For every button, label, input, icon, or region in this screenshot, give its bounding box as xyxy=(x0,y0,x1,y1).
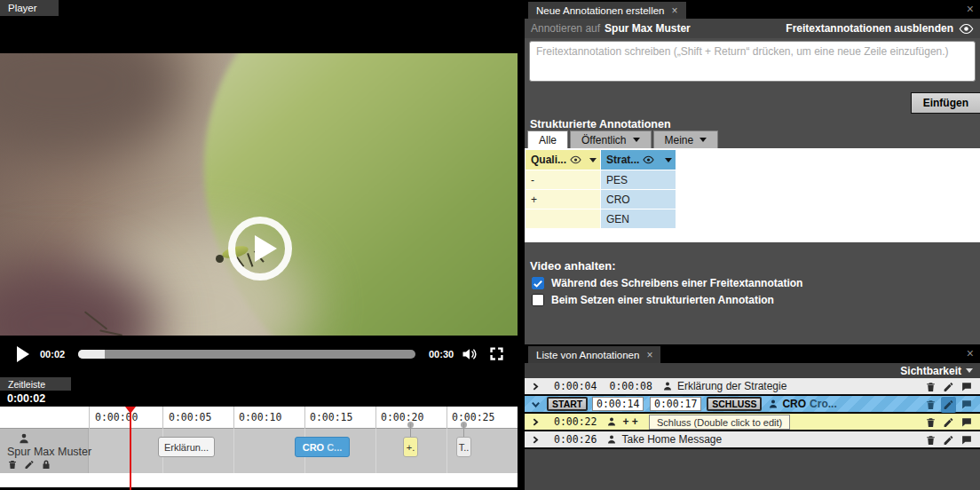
strategy-cell[interactable]: GEN xyxy=(601,209,676,228)
comment-icon[interactable] xyxy=(960,434,973,446)
insect-head xyxy=(216,255,224,263)
marker-stem xyxy=(463,423,464,438)
tab-oeffentlich[interactable]: Öffentlich xyxy=(570,130,651,148)
expand-arrow-icon[interactable] xyxy=(531,382,540,391)
freetext-annotation-input[interactable] xyxy=(529,41,976,82)
expand-arrow-icon[interactable] xyxy=(531,417,540,427)
structured-annotations-table: Quali... - + Strat... PES CRO xyxy=(525,148,980,242)
edit-icon[interactable] xyxy=(943,416,954,429)
track-name: Spur Max Muster xyxy=(7,446,91,458)
row-action-icons xyxy=(925,396,973,413)
timeline-item-code: CRO xyxy=(303,442,324,453)
play-icon[interactable] xyxy=(17,346,29,362)
start-bound-button[interactable]: START xyxy=(547,397,588,411)
timeline-ruler[interactable]: 0:00:00 0:00:05 0:00:10 0:00:15 0:00:20 … xyxy=(0,407,518,429)
quality-cell[interactable]: + xyxy=(526,190,600,209)
player-panel-tab[interactable]: Player xyxy=(0,0,59,16)
playhead-handle[interactable] xyxy=(125,407,136,414)
track-gridline xyxy=(233,429,234,473)
tab-alle[interactable]: Alle xyxy=(527,130,568,148)
checkbox-label: Beim Setzen einer strukturierten Annotat… xyxy=(551,294,774,306)
visibility-label[interactable]: Sichtbarkeit xyxy=(900,365,961,377)
edit-icon[interactable] xyxy=(943,381,954,393)
checkbox-unchecked-icon[interactable] xyxy=(532,294,544,306)
duration-label: 00:30 xyxy=(429,349,454,360)
lock-track-icon[interactable] xyxy=(41,459,51,470)
start-time-input[interactable] xyxy=(592,397,644,411)
strategy-cell[interactable]: PES xyxy=(601,170,676,189)
checkbox-structured-pause[interactable]: Beim Setzen einer strukturierten Annotat… xyxy=(532,294,774,306)
annotation-row[interactable]: 0:00:26 Take Home Message xyxy=(525,431,980,448)
chevron-down-icon[interactable] xyxy=(966,368,973,373)
close-icon[interactable]: × xyxy=(967,2,974,16)
eye-icon[interactable] xyxy=(570,155,581,164)
timeline-item-t[interactable]: T.. xyxy=(456,437,471,457)
close-icon[interactable]: × xyxy=(646,349,652,361)
timeline-item-cro[interactable]: CRO C... xyxy=(295,437,350,457)
hide-freetext-toggle[interactable]: Freitextannotationen ausblenden xyxy=(786,22,974,35)
annotation-row-selected[interactable]: START SCHLUSS CRO Cro... xyxy=(525,396,980,413)
column-quality: Quali... - + xyxy=(526,150,600,228)
player-panel: Player Which approach would you take xyxy=(0,0,519,490)
video-frame[interactable]: Which approach would you take xyxy=(0,53,518,336)
timeline-item-label: Erklärun... xyxy=(164,442,209,453)
fullscreen-icon[interactable] xyxy=(488,345,505,362)
chevron-down-icon[interactable] xyxy=(665,158,672,162)
strategy-cell[interactable]: CRO xyxy=(601,190,676,209)
tab-oeffentlich-label: Öffentlich xyxy=(581,134,626,146)
quality-cell[interactable]: - xyxy=(526,170,600,189)
edit-icon-active[interactable] xyxy=(941,397,956,413)
annotation-row[interactable]: 0:00:04 0:00:08 Erklärung der Strategie xyxy=(525,378,980,395)
delete-icon[interactable] xyxy=(925,381,937,393)
track-gridline xyxy=(375,429,376,473)
collapse-arrow-icon[interactable] xyxy=(531,399,541,409)
create-panel-tabbar: Neue Annotationen erstellen × × xyxy=(525,0,980,19)
column-quality-header[interactable]: Quali... xyxy=(526,150,600,170)
comment-icon[interactable] xyxy=(960,416,973,428)
delete-icon[interactable] xyxy=(925,416,937,429)
ruler-gridline xyxy=(447,407,447,429)
list-panel-tab[interactable]: Liste von Annotationen × xyxy=(528,346,660,363)
play-overlay-icon xyxy=(255,235,277,262)
close-icon[interactable]: × xyxy=(967,346,974,360)
delete-track-icon[interactable] xyxy=(7,459,18,470)
end-bound-button[interactable]: SCHLUSS xyxy=(707,397,762,411)
expand-arrow-icon[interactable] xyxy=(531,435,540,445)
annotate-on-label: Annotieren auf xyxy=(531,22,600,35)
user-icon xyxy=(18,432,30,445)
checkbox-checked-icon[interactable] xyxy=(532,277,544,289)
column-strategy-header[interactable]: Strat... xyxy=(601,150,676,170)
tick-label: 0:00:05 xyxy=(169,411,211,423)
edit-track-icon[interactable] xyxy=(24,459,35,470)
row-action-icons xyxy=(925,378,973,395)
seek-bar[interactable] xyxy=(78,350,415,359)
annotation-row[interactable]: 0:00:22 + + Schluss (Double click to edi… xyxy=(525,414,980,431)
delete-icon[interactable] xyxy=(925,399,937,411)
insert-button[interactable]: Einfügen xyxy=(911,92,980,114)
volume-icon[interactable] xyxy=(461,345,478,363)
close-icon[interactable]: × xyxy=(672,4,678,17)
track-label-cell: Spur Max Muster xyxy=(0,429,89,473)
chevron-down-icon xyxy=(699,138,707,142)
comment-icon[interactable] xyxy=(960,381,973,392)
comment-icon[interactable] xyxy=(960,399,973,410)
track-icon-toolbar xyxy=(7,459,51,470)
timeline-item-plus[interactable]: +. xyxy=(403,437,418,457)
chevron-down-icon[interactable] xyxy=(589,158,597,162)
edit-icon[interactable] xyxy=(943,434,954,447)
tab-meine[interactable]: Meine xyxy=(653,130,719,148)
delete-icon[interactable] xyxy=(925,434,937,447)
annotation-code: CRO xyxy=(782,398,806,410)
timeline-item-erklaerung[interactable]: Erklärun... xyxy=(158,437,215,457)
column-strategy: Strat... PES CRO GEN xyxy=(601,150,676,228)
quality-cell[interactable] xyxy=(526,209,600,228)
create-panel-tab[interactable]: Neue Annotationen erstellen × xyxy=(528,2,686,19)
play-overlay-button[interactable] xyxy=(228,217,292,281)
video-controls-bar: 00:02 00:30 xyxy=(0,336,518,373)
playhead[interactable] xyxy=(130,407,131,490)
checkbox-freetext-pause[interactable]: Während des Schreibens einer Freitextann… xyxy=(532,277,802,289)
end-time-input[interactable] xyxy=(650,397,701,411)
eye-icon[interactable] xyxy=(643,155,654,164)
marker-stem xyxy=(410,423,411,438)
timeline-panel-tab[interactable]: Zeitleiste xyxy=(0,377,71,391)
